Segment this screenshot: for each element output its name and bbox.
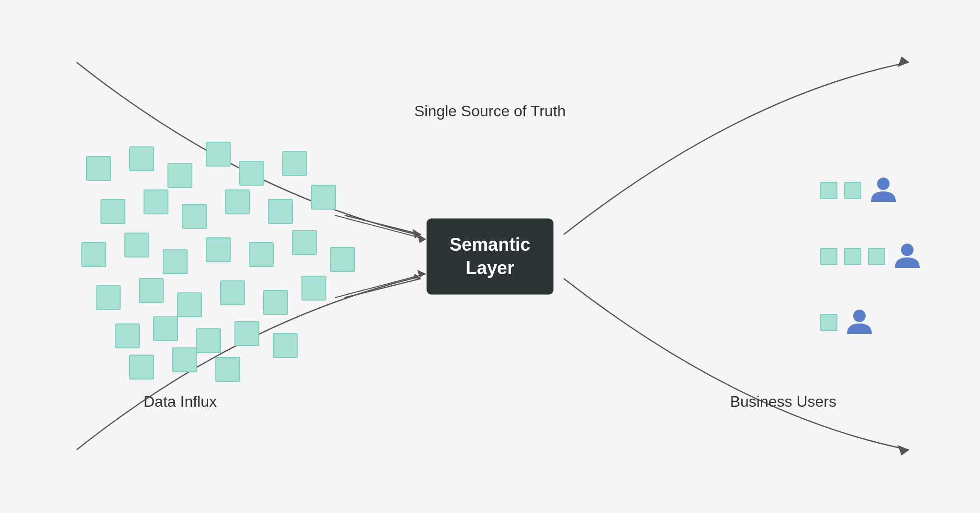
data-square-1 bbox=[129, 146, 154, 171]
data-square-29 bbox=[273, 333, 298, 358]
svg-point-10 bbox=[877, 178, 890, 190]
data-square-8 bbox=[182, 204, 207, 229]
svg-point-12 bbox=[853, 310, 866, 322]
data-square-4 bbox=[239, 161, 264, 186]
single-source-label: Single Source of Truth bbox=[414, 100, 566, 122]
user-row-3 bbox=[820, 306, 875, 339]
data-square-15 bbox=[206, 237, 231, 262]
data-square-31 bbox=[172, 347, 197, 372]
data-influx-label: Data Influx bbox=[144, 391, 217, 413]
user-icon-3 bbox=[844, 306, 875, 339]
data-square-13 bbox=[124, 233, 149, 257]
data-square-24 bbox=[301, 276, 326, 301]
user-sq bbox=[844, 182, 861, 199]
svg-marker-8 bbox=[898, 56, 909, 67]
diagram: Semantic Layer Single Source of Truth Da… bbox=[0, 0, 980, 513]
user-sq bbox=[820, 314, 837, 331]
users-container bbox=[820, 174, 923, 339]
data-square-10 bbox=[268, 199, 293, 224]
data-square-2 bbox=[167, 163, 192, 188]
semantic-layer-box: Semantic Layer bbox=[427, 219, 554, 295]
svg-line-0 bbox=[345, 215, 421, 234]
user-row-2 bbox=[820, 240, 923, 273]
data-square-21 bbox=[177, 292, 202, 317]
business-users-label: Business Users bbox=[730, 391, 836, 413]
svg-marker-7 bbox=[417, 270, 426, 278]
data-square-20 bbox=[139, 278, 164, 303]
user-sq bbox=[868, 248, 885, 265]
data-square-22 bbox=[220, 280, 245, 305]
data-square-5 bbox=[282, 151, 307, 176]
data-squares-container bbox=[77, 137, 354, 376]
svg-marker-9 bbox=[898, 445, 909, 456]
data-square-25 bbox=[115, 323, 140, 348]
data-square-7 bbox=[144, 190, 168, 214]
data-square-23 bbox=[263, 290, 288, 315]
svg-point-11 bbox=[901, 244, 913, 256]
data-square-28 bbox=[234, 321, 259, 346]
data-square-3 bbox=[206, 142, 231, 167]
user-row-1 bbox=[820, 174, 899, 207]
user-sq bbox=[820, 248, 837, 265]
data-square-14 bbox=[163, 249, 188, 274]
data-square-11 bbox=[311, 185, 336, 210]
data-square-26 bbox=[153, 316, 178, 341]
data-square-6 bbox=[100, 199, 125, 224]
data-square-30 bbox=[129, 355, 154, 379]
data-square-0 bbox=[86, 156, 111, 181]
user-icon-1 bbox=[868, 174, 899, 207]
svg-line-2 bbox=[345, 279, 421, 298]
data-square-12 bbox=[81, 242, 106, 267]
svg-marker-5 bbox=[417, 234, 426, 243]
user-sq bbox=[820, 182, 837, 199]
data-square-19 bbox=[96, 285, 121, 310]
data-square-17 bbox=[292, 230, 317, 255]
user-sq bbox=[844, 248, 861, 265]
data-square-18 bbox=[330, 247, 355, 272]
data-square-9 bbox=[225, 190, 250, 214]
user-icon-2 bbox=[892, 240, 923, 273]
data-square-27 bbox=[196, 328, 221, 353]
data-square-16 bbox=[249, 242, 274, 267]
data-square-32 bbox=[215, 357, 240, 382]
